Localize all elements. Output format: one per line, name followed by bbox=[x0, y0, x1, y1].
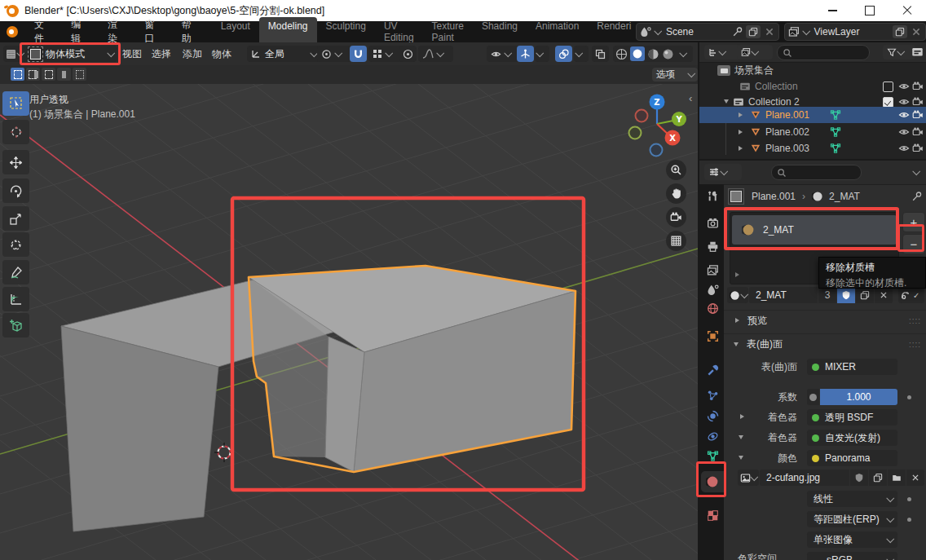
tool-transform[interactable] bbox=[2, 232, 29, 257]
pivot-point-selector[interactable] bbox=[317, 46, 351, 62]
xray-toggle[interactable] bbox=[592, 46, 609, 62]
tool-cursor[interactable] bbox=[2, 120, 29, 144]
tab-modifiers[interactable] bbox=[701, 359, 724, 381]
new-collection-button[interactable] bbox=[911, 46, 924, 58]
sidebar-collapse-arrow[interactable]: ‹ bbox=[689, 92, 692, 104]
proportional-editing-toggle[interactable] bbox=[399, 46, 417, 62]
mode-selector[interactable]: 物体模式 bbox=[24, 46, 117, 62]
breadcrumb-material[interactable]: 2_MAT bbox=[829, 191, 860, 202]
show-overlays-toggle[interactable] bbox=[555, 46, 572, 62]
image-name-field[interactable]: 2-cufang.jpg bbox=[760, 470, 849, 486]
solid-shading-button[interactable] bbox=[630, 46, 645, 61]
show-gizmo-toggle[interactable] bbox=[517, 46, 534, 62]
outliner-row-collection[interactable]: Collection bbox=[699, 78, 926, 94]
select-mode-extend[interactable] bbox=[26, 68, 40, 81]
factor-slider[interactable]: 1.000 bbox=[820, 389, 897, 405]
properties-search-input[interactable] bbox=[771, 165, 862, 180]
disable-render-camera-icon[interactable] bbox=[912, 143, 924, 154]
hide-eye-icon[interactable] bbox=[898, 109, 910, 121]
tool-annotate[interactable] bbox=[2, 260, 29, 284]
scene-browse-icon[interactable] bbox=[640, 26, 651, 37]
tool-scale[interactable] bbox=[2, 206, 29, 231]
expand-arrow-icon[interactable] bbox=[739, 146, 743, 151]
remove-material-slot-button[interactable]: − bbox=[902, 234, 925, 254]
list-filter-expand-icon[interactable] bbox=[735, 272, 739, 277]
rendered-shading-icon[interactable] bbox=[662, 48, 674, 60]
outliner-scene-collection[interactable]: 场景集合 bbox=[699, 63, 926, 78]
outliner-row-plane002[interactable]: Plane.002 bbox=[699, 124, 926, 139]
image-browse-dropdown[interactable] bbox=[738, 470, 759, 486]
overlays-options[interactable] bbox=[574, 46, 589, 62]
disable-render-camera-icon[interactable] bbox=[912, 126, 924, 138]
outliner-row-plane003[interactable]: Plane.003 bbox=[699, 140, 926, 156]
menu-view[interactable]: 视图 bbox=[122, 46, 142, 62]
view-layer-browse-icon[interactable] bbox=[788, 26, 800, 37]
shader1-button[interactable]: 透明 BSDF bbox=[807, 409, 897, 426]
outliner-display-mode[interactable] bbox=[737, 45, 773, 60]
menu-render[interactable]: 渲染 bbox=[98, 18, 134, 46]
collapse-arrow-icon[interactable] bbox=[724, 99, 729, 104]
snap-toggle[interactable] bbox=[350, 46, 367, 62]
properties-editor-type[interactable] bbox=[704, 164, 742, 180]
options-dropdown[interactable]: 选项 bbox=[652, 68, 698, 82]
snap-with-selector[interactable] bbox=[368, 46, 403, 62]
viewport-3d[interactable]: Z Y X 用户透视 (1) 场景集合 | Plane.001 ‹ bbox=[0, 84, 698, 560]
select-mode-set[interactable] bbox=[11, 68, 24, 81]
unlink-image-button[interactable] bbox=[906, 470, 924, 486]
open-image-button[interactable] bbox=[888, 470, 906, 486]
unlink-scene-icon[interactable] bbox=[764, 26, 775, 37]
orthographic-toggle-button[interactable] bbox=[666, 231, 686, 251]
hide-eye-icon[interactable] bbox=[898, 81, 910, 92]
tab-view-layer[interactable] bbox=[701, 259, 724, 280]
tool-select-box[interactable] bbox=[2, 91, 29, 116]
colorspace-dropdown[interactable]: sRGB bbox=[807, 552, 897, 560]
expand-arrow-icon[interactable] bbox=[739, 112, 743, 117]
disable-render-camera-icon[interactable] bbox=[912, 109, 924, 121]
hide-eye-icon[interactable] bbox=[898, 96, 910, 108]
gizmo-neg-y-axis[interactable] bbox=[629, 127, 642, 139]
tab-object-data[interactable] bbox=[701, 445, 724, 466]
menu-window[interactable]: 窗口 bbox=[134, 18, 171, 46]
image-source-dropdown[interactable]: 单张图像 bbox=[807, 531, 897, 548]
material-preview-shading-icon[interactable] bbox=[647, 48, 659, 60]
menu-help[interactable]: 帮助 bbox=[172, 18, 209, 46]
menu-select[interactable]: 选择 bbox=[152, 46, 171, 62]
projection-dropdown[interactable]: 等距圆柱(ERP) bbox=[807, 511, 897, 527]
collection-checkbox[interactable] bbox=[883, 82, 893, 92]
disable-render-camera-icon[interactable] bbox=[912, 96, 924, 108]
outliner-editor-type[interactable] bbox=[704, 45, 740, 60]
expand-arrow-icon[interactable] bbox=[739, 130, 743, 134]
new-view-layer-button[interactable] bbox=[893, 25, 907, 38]
view-layer-name[interactable]: ViewLayer bbox=[814, 26, 860, 37]
hide-eye-icon[interactable] bbox=[898, 143, 910, 154]
tab-physics[interactable] bbox=[701, 405, 724, 426]
transform-orientation-selector[interactable]: 全局 bbox=[247, 46, 320, 62]
preview-panel-header[interactable]: 预览 :::: bbox=[724, 310, 926, 330]
chevron-down-icon[interactable] bbox=[913, 167, 920, 174]
tab-particles[interactable] bbox=[701, 385, 724, 406]
pan-button[interactable] bbox=[666, 183, 686, 204]
camera-view-button[interactable] bbox=[666, 207, 686, 227]
scene-name[interactable]: Scene bbox=[666, 26, 694, 37]
color-button[interactable]: Panorama bbox=[807, 450, 897, 466]
menu-file[interactable]: 文件 bbox=[24, 18, 61, 46]
animate-decorator-dot[interactable] bbox=[907, 497, 911, 501]
panel-grip-icon[interactable]: :::: bbox=[909, 316, 921, 325]
tab-texture[interactable] bbox=[701, 505, 724, 526]
menu-edit[interactable]: 编辑 bbox=[61, 18, 98, 46]
tool-move[interactable] bbox=[2, 150, 29, 174]
proportional-falloff-selector[interactable] bbox=[418, 46, 453, 62]
scene-selector[interactable]: Scene bbox=[636, 23, 779, 41]
shader2-button[interactable]: 自发光(发射) bbox=[807, 430, 897, 446]
material-name-field[interactable]: 2_MAT bbox=[749, 287, 818, 303]
tab-tool[interactable] bbox=[701, 185, 724, 206]
select-mode-subtract[interactable] bbox=[42, 68, 55, 81]
maximize-button[interactable] bbox=[851, 0, 889, 21]
surface-shader-button[interactable]: MIXER bbox=[807, 359, 897, 375]
menu-object[interactable]: 物体 bbox=[212, 46, 232, 62]
interpolation-dropdown[interactable]: 线性 bbox=[807, 491, 897, 507]
material-slot-item[interactable]: 2_MAT bbox=[732, 215, 897, 245]
select-mode-invert[interactable] bbox=[57, 68, 71, 81]
blender-menu-icon[interactable] bbox=[7, 26, 18, 37]
minimize-button[interactable] bbox=[814, 0, 851, 21]
